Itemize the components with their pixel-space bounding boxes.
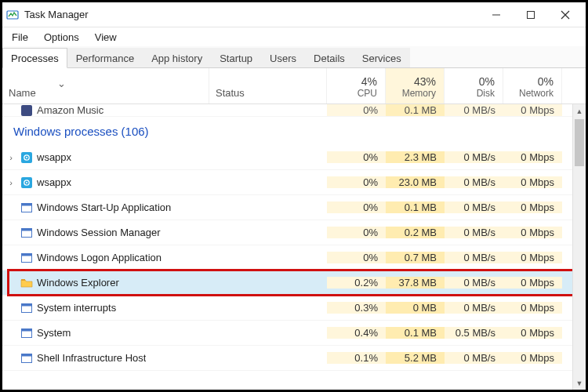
cpu-cell: 0% [327,176,386,188]
svg-point-8 [26,157,27,158]
cpu-cell: 0% [327,201,386,213]
disk-cell: 0 MB/s [445,227,503,238]
process-name: System interrupts [37,302,116,314]
process-row-windows-explorer[interactable]: Windows Explorer 0.2% 37.8 MB 0 MB/s 0 M… [2,270,586,296]
process-row[interactable]: › wsappx 0% 23.0 MB 0 MB/s 0 Mbps [2,170,586,195]
process-name: Windows Session Manager [37,227,161,238]
cpu-cell: 0.3% [327,302,386,314]
network-cell: 0 Mbps [503,302,562,314]
process-name: Windows Start-Up Application [37,201,171,213]
network-cell: 0 Mbps [503,104,562,116]
menu-view[interactable]: View [89,30,123,45]
network-cell: 0 Mbps [503,352,562,364]
column-memory[interactable]: 43% Memory [386,68,445,103]
scroll-down-icon[interactable]: ▼ [573,376,586,390]
expand-icon[interactable]: › [5,178,16,187]
network-cell: 0 Mbps [503,252,562,263]
cpu-cell: 0.2% [327,277,386,289]
column-name-label: Name [9,87,204,99]
network-cell: 0 Mbps [503,151,562,163]
window-icon [20,251,34,265]
memory-cell: 2.3 MB [386,151,445,163]
svg-rect-24 [22,354,32,356]
menu-options[interactable]: Options [38,30,85,45]
scroll-up-icon[interactable]: ▲ [573,104,586,118]
column-status[interactable]: Status [209,68,327,103]
group-windows-processes[interactable]: Windows processes (106) [2,117,586,145]
gear-icon [20,176,34,190]
window-title: Task Manager [24,9,89,20]
process-row[interactable]: Windows Start-Up Application 0% 0.1 MB 0… [2,195,586,220]
memory-cell: 0 MB [386,302,445,314]
cpu-cell: 0.1% [327,352,386,364]
disk-cell: 0 MB/s [445,176,503,188]
tab-startup[interactable]: Startup [211,48,261,67]
system-icon [20,301,34,315]
tab-app-history[interactable]: App history [143,48,211,67]
process-name: Windows Explorer [37,277,119,289]
cpu-percent: 4% [361,75,377,88]
column-network[interactable]: 0% Network [503,68,562,103]
disk-label: Disk [477,88,495,99]
tab-bar: Processes Performance App history Startu… [2,46,586,68]
svg-rect-22 [22,328,32,331]
process-row[interactable]: System interrupts 0.3% 0 MB 0 MB/s 0 Mbp… [2,296,586,321]
process-name: Shell Infrastructure Host [37,352,146,364]
minimize-button[interactable] [479,2,514,27]
process-row[interactable]: Windows Session Manager 0% 0.2 MB 0 MB/s… [2,220,586,245]
svg-rect-2 [528,11,535,18]
system-icon [20,326,34,340]
disk-cell: 0 MB/s [445,201,503,213]
tab-services[interactable]: Services [354,48,410,67]
tab-details[interactable]: Details [305,48,354,67]
vertical-scrollbar[interactable]: ▲ ▼ [572,104,586,390]
memory-cell: 0.2 MB [386,227,445,238]
process-row[interactable]: System 0.4% 0.1 MB 0.5 MB/s 0 Mbps [2,321,586,346]
network-percent: 0% [538,75,554,88]
menu-file[interactable]: File [5,30,34,45]
network-label: Network [519,88,554,99]
tab-processes[interactable]: Processes [2,48,67,68]
chevron-down-icon: ⌄ [57,78,66,89]
svg-rect-5 [21,105,32,116]
process-name: wsappx [37,176,71,188]
process-name: System [37,327,71,339]
cpu-cell: 0.4% [327,327,386,339]
process-row[interactable]: › wsappx 0% 2.3 MB 0 MB/s 0 Mbps [2,145,586,170]
network-cell: 0 Mbps [503,327,562,339]
disk-percent: 0% [479,75,495,88]
network-cell: 0 Mbps [503,227,562,238]
tab-users[interactable]: Users [261,48,305,67]
cpu-cell: 0% [327,104,386,116]
disk-cell: 0 MB/s [445,252,503,263]
app-icon [20,104,34,117]
svg-rect-13 [22,203,32,205]
memory-cell: 0.1 MB [386,327,445,339]
folder-icon [20,276,34,290]
gear-icon [20,151,34,165]
cpu-label: CPU [358,88,377,99]
scrollbar-thumb[interactable] [575,119,584,166]
column-cpu[interactable]: 4% CPU [327,68,386,103]
window-icon [20,201,34,215]
menu-bar: File Options View [2,27,586,46]
svg-rect-17 [22,253,32,256]
process-row[interactable]: Amazon Music 0% 0.1 MB 0 MB/s 0 Mbps [2,104,586,117]
expand-icon[interactable]: › [5,153,16,162]
svg-rect-20 [22,303,32,306]
memory-cell: 5.2 MB [386,352,445,364]
column-disk[interactable]: 0% Disk [445,68,503,103]
memory-cell: 23.0 MB [386,176,445,188]
cpu-cell: 0% [327,252,386,263]
tab-performance[interactable]: Performance [67,48,143,67]
system-icon [20,351,34,365]
scrollbar-track[interactable] [573,118,586,376]
network-cell: 0 Mbps [503,176,562,188]
column-name[interactable]: ⌄ Name [2,68,209,103]
svg-rect-15 [22,228,32,230]
close-button[interactable] [548,2,583,27]
process-row[interactable]: Shell Infrastructure Host 0.1% 5.2 MB 0 … [2,346,586,371]
maximize-button[interactable] [514,2,548,27]
process-row[interactable]: Windows Logon Application 0% 0.7 MB 0 MB… [2,245,586,270]
process-name: wsappx [37,151,71,163]
